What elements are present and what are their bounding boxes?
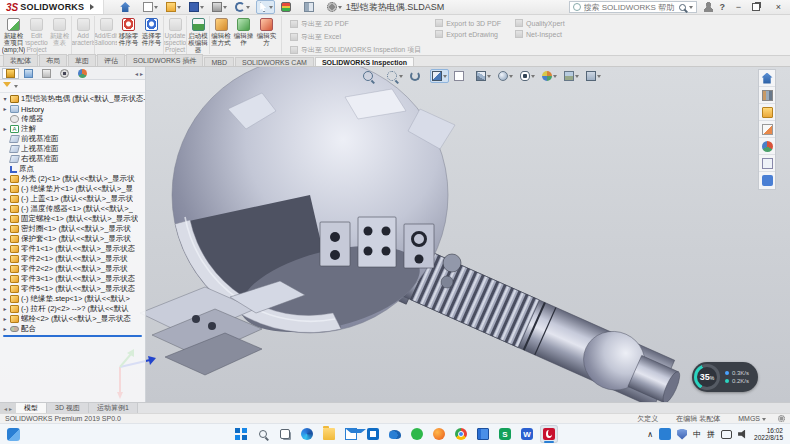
tree-root[interactable]: 1型铠装热电偶 (默认<默认_显示状态-1> (0, 94, 145, 104)
tree-item-mates[interactable]: 配合 (0, 324, 145, 334)
minimize-button[interactable]: − (732, 1, 745, 14)
edge-icon[interactable] (298, 425, 316, 443)
expand-icon[interactable] (2, 214, 8, 224)
tab-addins[interactable]: SOLIDWORKS 插件 (126, 54, 203, 66)
expand-icon[interactable] (2, 104, 8, 114)
filter-icon[interactable] (3, 82, 11, 91)
expand-icon[interactable] (2, 174, 8, 184)
edit-operation-button[interactable]: 编辑操作 (232, 16, 255, 54)
tree-item-fixing-bolt[interactable]: 固定螺栓<1> (默认<<默认>_显示状 (0, 214, 145, 224)
restore-button[interactable] (752, 3, 765, 11)
widgets-button[interactable] (5, 426, 22, 443)
template-editor-button[interactable]: 启动模板编辑器 (186, 16, 209, 54)
new-doc-icon[interactable] (141, 0, 160, 14)
options-icon[interactable] (325, 0, 344, 14)
expand-icon[interactable] (2, 224, 8, 234)
tray-security-icon[interactable] (677, 429, 687, 440)
tab-propertymanager[interactable] (20, 68, 37, 79)
home-icon[interactable] (118, 0, 137, 14)
rebuild-icon[interactable] (279, 0, 298, 14)
expand-icon[interactable] (2, 254, 8, 264)
display-style-icon[interactable] (496, 69, 515, 83)
tree-item-history[interactable]: History (0, 104, 145, 114)
tab-evaluate[interactable]: 评估 (97, 54, 125, 66)
tree-item-tie-rod[interactable]: (-) 拉杆 (2)<2> -->? (默认<<默认 (0, 304, 145, 314)
graphics-viewport[interactable]: 35 % 0.3K/s 0.2K/s ◂▸ (0, 67, 790, 402)
search-dropdown-icon[interactable] (689, 6, 693, 11)
expand-icon[interactable] (2, 194, 8, 204)
tree-item-front-plane[interactable]: 前视基准面 (0, 134, 145, 144)
status-under-defined[interactable]: 欠定义 (637, 414, 664, 424)
solidworks-forum-icon[interactable] (759, 172, 775, 189)
export-excel-button[interactable]: 导出至 Excel (290, 32, 421, 42)
tree-item-protective-sleeve[interactable]: 保护套<1> (默认<<默认>_显示状 (0, 234, 145, 244)
green-app-icon[interactable] (408, 425, 426, 443)
filter-dropdown-icon[interactable] (14, 85, 18, 90)
expand-icon[interactable] (2, 294, 8, 304)
expand-icon[interactable] (2, 94, 8, 104)
tree-item-bolt2[interactable]: 螺栓<2> (默认<<默认>_显示状态 (0, 314, 145, 324)
tree-filter-input[interactable] (21, 83, 142, 90)
previous-view-icon[interactable] (408, 69, 427, 83)
login-icon[interactable] (704, 2, 713, 12)
reader-app-icon[interactable] (474, 425, 492, 443)
tree-item-part2-2[interactable]: 零件2<2> (默认<<默认>_显示状 (0, 264, 145, 274)
start-button[interactable] (232, 425, 250, 443)
tree-item-shell[interactable]: 外壳 (2)<1> (默认<<默认>_显示状 (0, 174, 145, 184)
expand-icon[interactable] (2, 314, 8, 324)
tab-3d-views[interactable]: 3D 视图 (47, 403, 89, 413)
apply-scene-icon[interactable] (562, 69, 581, 83)
export-inspection-project-button[interactable]: 导出至 SOLIDWORKS Inspection 项目 (290, 45, 421, 55)
tray-onedrive-icon[interactable] (659, 428, 671, 440)
expand-icon[interactable] (2, 284, 8, 294)
store-icon[interactable] (364, 425, 382, 443)
orange-app-icon[interactable] (430, 425, 448, 443)
section-view-icon[interactable] (430, 69, 449, 83)
file-explorer-taskbar-icon[interactable] (320, 425, 338, 443)
add-characteristic-button[interactable]: Add Characteristic (71, 16, 94, 54)
expand-icon[interactable] (2, 204, 8, 214)
tab-layout[interactable]: 布局 (39, 54, 67, 66)
tab-featuremanager[interactable] (2, 68, 19, 79)
tree-item-insulation-step[interactable]: (-) 绝缘垫.step<1> (默认<<默认> (0, 294, 145, 304)
edit-inspection-method-button[interactable]: 编辑检查方式 (209, 16, 232, 54)
export-3d-pdf-button[interactable]: Export to 3D PDF (435, 19, 501, 27)
tree-item-right-plane[interactable]: 右视基准面 (0, 154, 145, 164)
tab-solidworks-cam[interactable]: SOLIDWORKS CAM (235, 57, 314, 66)
edit-appearance-icon[interactable] (540, 69, 559, 83)
open-icon[interactable] (164, 0, 183, 14)
s-app-icon[interactable]: S (496, 425, 514, 443)
tab-assembly[interactable]: 装配体 (3, 54, 38, 66)
tab-model[interactable]: 模型 (16, 403, 47, 413)
tab-mbd[interactable]: MBD (204, 57, 234, 66)
expand-icon[interactable] (2, 264, 8, 274)
status-options-icon[interactable] (778, 415, 785, 422)
display-tray-icon[interactable] (721, 430, 732, 439)
expand-icon[interactable] (2, 304, 8, 314)
tab-configurationmanager[interactable] (38, 68, 55, 79)
design-library-icon[interactable] (759, 87, 775, 104)
zoom-area-icon[interactable] (384, 68, 405, 84)
status-units[interactable]: MMGS (738, 414, 766, 424)
expand-icon[interactable] (2, 184, 8, 194)
appearances-scenes-icon[interactable] (759, 138, 775, 155)
close-button[interactable]: × (772, 1, 785, 14)
tab-motion-study[interactable]: 运动算例1 (89, 403, 138, 413)
panel-next-icon[interactable]: ▸ (140, 70, 143, 77)
onedrive-icon[interactable] (386, 425, 404, 443)
qualityxpert-button[interactable]: QualityXpert (515, 19, 565, 27)
tree-item-origin[interactable]: 原点 (0, 164, 145, 174)
ime-mode-indicator[interactable]: 中 (693, 429, 701, 440)
tabs-scroll-right-icon[interactable]: ▸ (9, 405, 12, 412)
new-inspection-sheet-button[interactable]: 新建检查表 (48, 16, 71, 54)
search-input[interactable] (584, 3, 676, 12)
tree-item-annotations[interactable]: 注解 (0, 124, 145, 134)
expand-icon[interactable] (2, 324, 8, 334)
speed-monitor-badge[interactable]: 35 % 0.3K/s 0.2K/s (692, 362, 758, 392)
rollback-bar[interactable] (3, 335, 142, 337)
tree-item-top-plane[interactable]: 上视基准面 (0, 144, 145, 154)
net-inspect-button[interactable]: Net-Inspect (515, 30, 565, 38)
menu-expand-icon[interactable] (90, 4, 97, 10)
tabs-scroll-left-icon[interactable]: ◂ (4, 405, 7, 412)
panel-prev-icon[interactable]: ◂ (135, 70, 138, 77)
